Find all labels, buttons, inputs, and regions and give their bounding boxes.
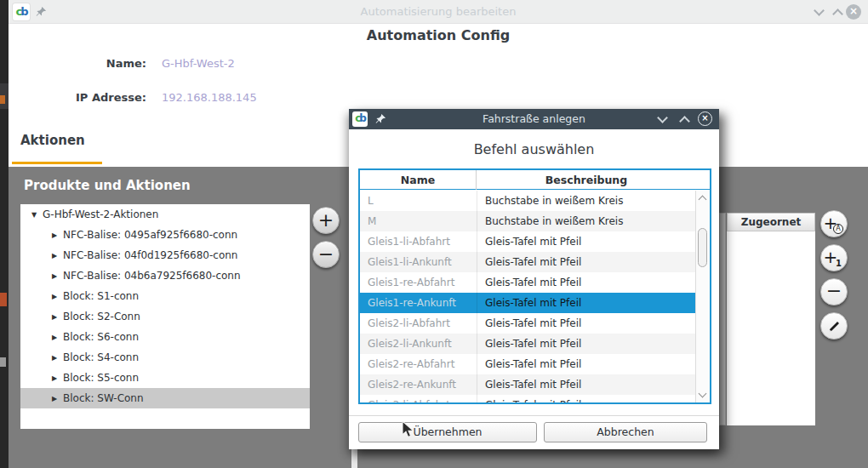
name-label: Name: [9, 57, 146, 70]
table-row[interactable]: Gleis1-re-Abfahrt Gleis-Tafel mit Pfeil [360, 272, 695, 293]
scroll-up-icon[interactable] [699, 196, 707, 204]
column-header-description[interactable]: Beschreibung [477, 170, 695, 190]
button-separator [349, 415, 719, 416]
tab-aktionen[interactable]: Aktionen [20, 133, 85, 148]
tree-item-label: NFC-Balise: 0495af925f6680-conn [63, 229, 237, 241]
tree-item-label: Block: S1-conn [63, 290, 139, 302]
table-row[interactable]: Gleis1-re-Ankunft Gleis-Tafel mit Pfeil [360, 293, 695, 313]
assigned-column-header: Zugeornet [727, 213, 815, 231]
tree-item-label: NFC-Balise: 04b6a7925f6680-conn [63, 270, 241, 282]
tree-expander-icon[interactable]: ▶ [49, 246, 60, 266]
table-row[interactable]: Gleis2-re-Abfahrt Gleis-Tafel mit Pfeil [360, 354, 695, 374]
tree-item[interactable]: ▶NFC-Balise: 0495af925f6680-conn [20, 225, 310, 245]
tree-item[interactable]: ▶NFC-Balise: 04b6a7925f6680-conn [20, 265, 310, 286]
tree-expander-icon[interactable]: ▶ [49, 368, 60, 389]
dialog-titlebar[interactable]: cb Fahrstraße anlegen × [349, 109, 719, 129]
cell-description: Buchstabe in weißem Kreis [477, 211, 695, 231]
tree-item-label: NFC-Balise: 04f0d1925f6680-conn [63, 249, 237, 261]
table-scrollbar[interactable] [695, 191, 710, 402]
tree-expander-icon[interactable]: ▶ [49, 225, 60, 246]
cell-description: Gleis-Tafel mit Pfeil [477, 293, 695, 313]
cell-name: Gleis1-li-Ankunft [360, 252, 477, 272]
tree-item[interactable]: ▶NFC-Balise: 04f0d1925f6680-conn [20, 245, 310, 265]
close-button[interactable]: × [846, 4, 861, 20]
tree-expander-icon[interactable]: ▶ [49, 348, 60, 368]
tree-expander-icon[interactable]: ▶ [49, 328, 60, 348]
tree-expander-icon[interactable]: ▶ [49, 287, 60, 307]
available-list-scrollbar[interactable] [719, 213, 726, 425]
page-title: Automation Config [9, 27, 868, 43]
tree-item[interactable]: ▶Block: S2-Conn [20, 306, 310, 327]
tree-item[interactable]: ▼G-Hbf-West-2-Aktionen [20, 204, 310, 225]
tree-expander-icon[interactable]: ▶ [49, 266, 60, 287]
window-title: Automatisierung bearbeiten [9, 5, 868, 18]
cell-name: Gleis2-re-Abfahrt [360, 354, 477, 374]
table-row[interactable]: Gleis1-li-Ankunft Gleis-Tafel mit Pfeil [360, 252, 695, 272]
table-row[interactable]: Gleis3-li-Abfahrt Gleis-Tafel mit Pfeil [360, 395, 695, 402]
ip-address-label: IP Adresse: [9, 91, 146, 104]
cell-name: Gleis2-li-Ankunft [360, 334, 477, 354]
column-divider [477, 191, 477, 402]
cell-name: Gleis1-li-Abfahrt [360, 231, 477, 252]
cell-name: Gleis2-li-Abfahrt [360, 313, 477, 334]
scrollbar-thumb[interactable] [698, 228, 707, 267]
cell-name: L [360, 191, 477, 211]
table-row[interactable]: M Buchstabe in weißem Kreis [360, 211, 695, 231]
cell-description: Gleis-Tafel mit Pfeil [477, 252, 695, 272]
cell-description: Gleis-Tafel mit Pfeil [477, 395, 695, 402]
close-button[interactable]: × [698, 111, 712, 126]
remove-button[interactable]: − [820, 278, 848, 305]
cell-name: Gleis3-li-Abfahrt [360, 395, 477, 402]
cell-description: Gleis-Tafel mit Pfeil [477, 272, 695, 293]
background-fragment [0, 357, 6, 367]
ip-address-value[interactable]: 192.168.188.145 [162, 91, 257, 104]
edit-button[interactable] [820, 312, 848, 340]
background-window-sliver [0, 0, 9, 468]
cell-description: Gleis-Tafel mit Pfeil [477, 313, 695, 334]
table-row[interactable]: Gleis2-li-Ankunft Gleis-Tafel mit Pfeil [360, 334, 695, 354]
main-titlebar[interactable]: cb Automatisierung bearbeiten × [9, 0, 868, 24]
table-body[interactable]: L Buchstabe in weißem Kreis M Buchstabe … [360, 191, 695, 402]
panel-title: Produkte und Aktionen [24, 178, 191, 193]
tree-item-label: G-Hbf-West-2-Aktionen [43, 208, 158, 220]
command-table: Name Beschreibung L Buchstabe in weißem … [358, 168, 711, 404]
mouse-cursor [402, 421, 419, 440]
name-value[interactable]: G-Hbf-West-2 [162, 57, 235, 70]
tree-item-label: Block: S6-conn [63, 331, 139, 343]
tree-remove-button[interactable]: − [312, 241, 340, 268]
tree-add-button[interactable]: + [312, 207, 340, 234]
tree-item[interactable]: ▶Block: SW-Conn [20, 388, 310, 408]
cell-description: Gleis-Tafel mit Pfeil [477, 374, 695, 395]
cell-name: Gleis1-re-Ankunft [360, 293, 477, 313]
product-actions-tree[interactable]: ▼G-Hbf-West-2-Aktionen ▶NFC-Balise: 0495… [20, 204, 310, 429]
background-edge-strip [351, 449, 357, 468]
scroll-down-icon[interactable] [699, 390, 707, 398]
table-row[interactable]: Gleis2-li-Abfahrt Gleis-Tafel mit Pfeil [360, 313, 695, 334]
tree-expander-icon[interactable]: ▼ [29, 205, 39, 225]
add-one-button[interactable]: + 1 [820, 244, 848, 271]
tree-item[interactable]: ▶Block: S6-conn [20, 327, 310, 347]
tree-item-label: Block: SW-Conn [63, 392, 144, 404]
tree-item[interactable]: ▶Block: S4-conn [20, 347, 310, 368]
tree-item[interactable]: ▶Block: S5-conn [20, 368, 310, 388]
cell-name: Gleis1-re-Abfahrt [360, 272, 477, 293]
table-row[interactable]: Gleis1-li-Abfahrt Gleis-Tafel mit Pfeil [360, 231, 695, 252]
fahrstrasse-dialog: cb Fahrstraße anlegen × Befehl auswählen… [349, 109, 719, 449]
cell-name: Gleis2-re-Ankunft [360, 374, 477, 395]
tree-expander-icon[interactable]: ▶ [49, 307, 60, 328]
tree-item-label: Block: S2-Conn [63, 311, 140, 322]
assigned-table-body[interactable] [727, 231, 815, 425]
active-tab-indicator [12, 162, 102, 164]
table-header: Name Beschreibung [360, 170, 710, 190]
column-header-name[interactable]: Name [360, 170, 477, 190]
add-auto-button[interactable]: + A [820, 210, 848, 237]
tree-expander-icon[interactable]: ▶ [49, 389, 60, 409]
dialog-heading: Befehl auswählen [349, 141, 719, 157]
table-row[interactable]: L Buchstabe in weißem Kreis [360, 191, 695, 211]
apply-button[interactable]: Übernehmen [358, 422, 537, 442]
tree-item-label: Block: S5-conn [63, 372, 139, 384]
cell-description: Buchstabe in weißem Kreis [477, 191, 695, 211]
tree-item[interactable]: ▶Block: S1-conn [20, 286, 310, 306]
cancel-button[interactable]: Abbrechen [544, 422, 707, 442]
table-row[interactable]: Gleis2-re-Ankunft Gleis-Tafel mit Pfeil [360, 374, 695, 395]
